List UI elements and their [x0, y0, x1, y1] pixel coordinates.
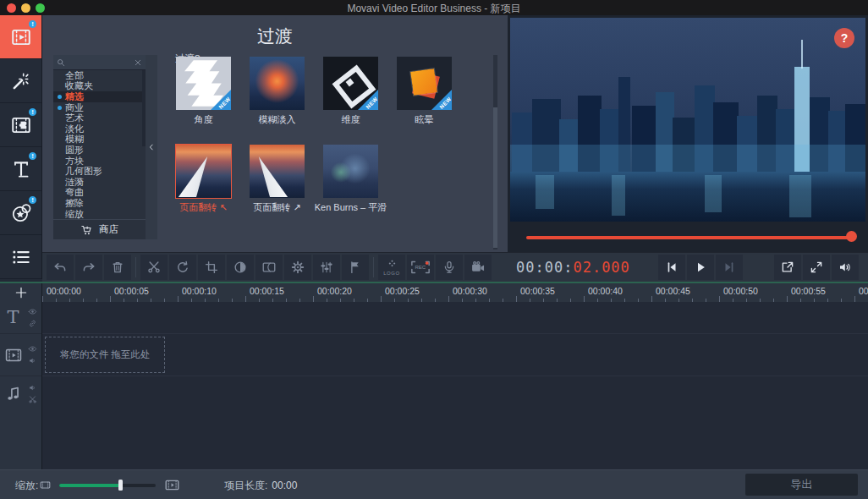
dropzone[interactable]: 将您的文件 拖至此处	[45, 337, 165, 373]
eye-toggle[interactable]	[27, 307, 38, 316]
redo-button[interactable]	[75, 255, 102, 280]
transition-item[interactable]: 模糊淡入	[240, 57, 314, 145]
speaker-toggle[interactable]	[27, 356, 38, 365]
statusbar: 缩放: 项目长度:00:00 导出	[0, 469, 868, 499]
category-item[interactable]: 缩放	[53, 209, 146, 219]
contrast-button[interactable]	[227, 255, 254, 280]
record-screen-button[interactable]: REC	[407, 255, 434, 280]
zoom-label: 缩放:	[15, 479, 38, 493]
volume-button[interactable]	[832, 255, 859, 280]
ruler-label: 00:00:50	[723, 286, 758, 296]
speaker-toggle[interactable]	[27, 383, 38, 392]
zoom-in-film-icon[interactable]	[164, 477, 180, 493]
microphone-icon	[442, 260, 457, 275]
store-button[interactable]: 商店	[53, 219, 146, 239]
notification-badge: !	[27, 19, 38, 30]
ruler-label: 00:00:55	[791, 286, 826, 296]
camera-button[interactable]	[464, 255, 492, 280]
add-track-button[interactable]	[0, 283, 42, 302]
video-preview[interactable]	[510, 18, 865, 222]
scissors-icon	[146, 260, 162, 275]
scissors-icon	[27, 395, 38, 404]
timeline-ruler[interactable]: 00:00:0000:00:0500:00:1000:00:1500:00:20…	[42, 283, 868, 302]
sidebar-item-titles[interactable]: !	[0, 147, 41, 191]
stickers-icon	[10, 202, 32, 224]
project-length: 项目长度:00:00	[224, 479, 297, 493]
video-track-lane[interactable]: 将您的文件 拖至此处	[42, 334, 868, 376]
export-button[interactable]: 导出	[745, 474, 858, 496]
detach-button[interactable]	[774, 255, 801, 280]
sidebar-item-media[interactable]: !	[0, 15, 41, 59]
transition-item[interactable]: NEW眩晕	[387, 57, 461, 145]
transition-item[interactable]: Ken Burns – 平滑	[314, 145, 387, 233]
page-curl	[178, 156, 215, 198]
sliders-button[interactable]	[313, 255, 340, 280]
previous-frame-button[interactable]	[658, 255, 685, 280]
preview-progress-handle[interactable]	[846, 231, 857, 242]
zoom-out-film-icon[interactable]	[39, 479, 52, 491]
new-badge: NEW	[211, 90, 231, 110]
transition-thumbnail[interactable]	[250, 145, 305, 198]
ruler-label: 00:00:20	[317, 286, 352, 296]
sidebar-item-more-tools[interactable]	[0, 235, 41, 279]
trash-button[interactable]	[104, 255, 131, 280]
fullscreen-button[interactable]	[803, 255, 830, 280]
logo-button[interactable]: LOGO	[378, 255, 405, 280]
zoom-slider[interactable]	[59, 484, 156, 487]
notification-badge: !	[27, 151, 38, 162]
transition-thumbnail[interactable]	[176, 145, 231, 198]
transition-thumbnail[interactable]	[323, 145, 378, 198]
clip-transition-button[interactable]	[255, 255, 283, 280]
microphone-button[interactable]	[436, 255, 463, 280]
gallery-scrollbar[interactable]	[493, 55, 497, 250]
sidebar-item-transitions[interactable]: !	[0, 103, 41, 147]
scissors-button[interactable]	[140, 255, 168, 280]
audio-track-lane[interactable]	[42, 376, 868, 469]
eye-icon	[27, 344, 38, 354]
gear-button[interactable]	[284, 255, 311, 280]
ruler-label: 00:00:35	[520, 286, 555, 296]
transition-thumbnail[interactable]: NEW	[176, 57, 231, 110]
play-button[interactable]	[687, 255, 714, 280]
play-icon	[693, 260, 708, 275]
rotate-button[interactable]	[169, 255, 196, 280]
fullscreen-icon	[809, 260, 824, 275]
crop-button[interactable]	[198, 255, 225, 280]
ruler-tick	[178, 296, 179, 302]
flag-button[interactable]	[342, 255, 369, 280]
ruler-tick	[381, 296, 382, 302]
audio-track-header[interactable]	[0, 376, 41, 469]
sidebar-item-filters[interactable]	[0, 59, 41, 103]
toolbar-separator	[135, 257, 136, 277]
collapse-panel-button[interactable]	[146, 55, 157, 239]
preview-progress-bar[interactable]	[526, 236, 853, 239]
transition-item[interactable]: NEW维度	[314, 57, 387, 145]
undo-button[interactable]	[47, 255, 74, 280]
transition-thumbnail[interactable]	[250, 57, 305, 110]
clear-search-icon[interactable]	[133, 58, 143, 68]
transition-item[interactable]: NEW角度	[167, 57, 240, 145]
transition-item[interactable]: 页面翻转 ↗	[240, 145, 314, 233]
eye-icon	[27, 307, 38, 316]
scissors-toggle[interactable]	[27, 395, 38, 404]
transition-item[interactable]: 页面翻转 ↖	[167, 145, 240, 233]
sidebar-item-stickers[interactable]: !	[0, 191, 41, 235]
ruler-band: 00:00:0000:00:0500:00:1000:00:1500:00:20…	[0, 283, 868, 302]
search-input[interactable]	[53, 55, 146, 70]
titles-track-header[interactable]: T	[0, 302, 41, 334]
more-tools-icon	[10, 246, 32, 268]
window-title: Movavi Video Editor Business - 新项目	[0, 2, 868, 16]
zoom-slider-handle[interactable]	[118, 480, 123, 491]
video-track-header[interactable]	[0, 334, 41, 376]
transition-thumbnail[interactable]: NEW	[397, 57, 452, 110]
ruler-label: 00:00:00	[47, 286, 81, 296]
gallery-scrollbar-thumb[interactable]	[493, 107, 497, 248]
help-button[interactable]: ?	[834, 28, 854, 48]
link-toggle[interactable]	[27, 319, 38, 328]
next-frame-button[interactable]	[716, 255, 743, 280]
titles-track-lane[interactable]	[42, 302, 868, 334]
titles-icon	[10, 158, 32, 180]
transition-thumbnail[interactable]: NEW	[323, 57, 378, 110]
eye-toggle[interactable]	[27, 344, 38, 354]
film-small-icon	[39, 479, 52, 491]
